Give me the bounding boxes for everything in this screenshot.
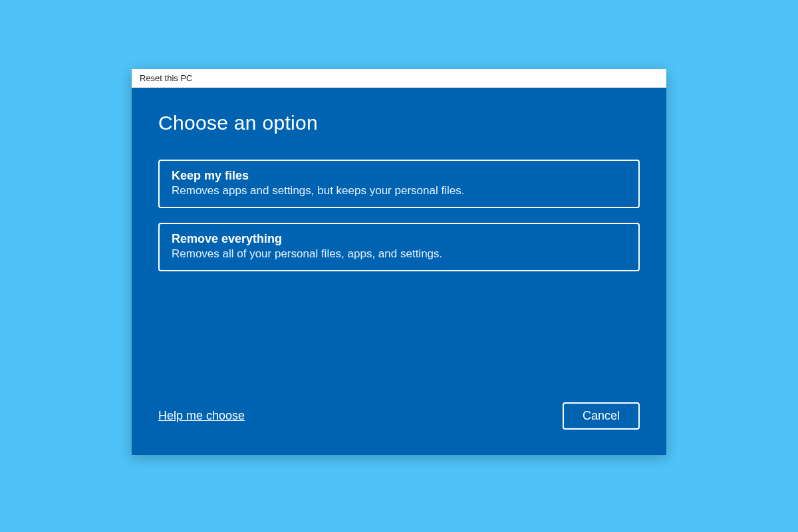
page-title: Choose an option: [158, 112, 640, 134]
option-description: Removes apps and settings, but keeps you…: [172, 184, 626, 198]
titlebar: Reset this PC: [132, 69, 666, 88]
spacer: [158, 286, 640, 402]
option-keep-my-files[interactable]: Keep my files Removes apps and settings,…: [158, 160, 640, 208]
dialog-body: Choose an option Keep my files Removes a…: [132, 88, 666, 455]
cancel-button[interactable]: Cancel: [563, 402, 640, 430]
option-title: Remove everything: [172, 232, 626, 246]
reset-pc-dialog: Reset this PC Choose an option Keep my f…: [132, 69, 666, 455]
window-title: Reset this PC: [140, 73, 192, 83]
option-title: Keep my files: [172, 169, 626, 183]
option-remove-everything[interactable]: Remove everything Removes all of your pe…: [158, 223, 640, 271]
dialog-footer: Help me choose Cancel: [158, 402, 640, 435]
option-description: Removes all of your personal files, apps…: [172, 247, 626, 261]
help-me-choose-link[interactable]: Help me choose: [158, 409, 245, 423]
